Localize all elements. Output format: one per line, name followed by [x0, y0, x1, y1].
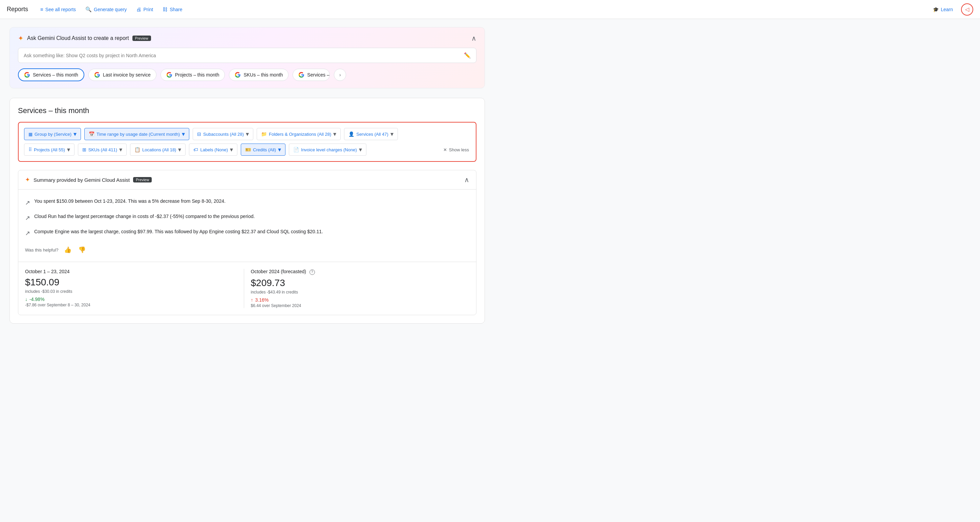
query-icon: 🔍	[85, 6, 92, 13]
chips-next-button[interactable]: ›	[334, 69, 346, 81]
chip-last-invoice[interactable]: Last invoice by service	[88, 69, 156, 81]
filter-labels[interactable]: 🏷 Labels (None) ▾	[189, 144, 237, 156]
dropdown-icon: ▾	[178, 146, 181, 153]
filter-locations[interactable]: 📋 Locations (All 18) ▾	[130, 144, 186, 156]
trend-up-icon: ↗	[25, 198, 30, 208]
dropdown-icon: ▾	[278, 146, 281, 153]
filters-box: ▦ Group by (Service) ▾ 📅 Time range by u…	[18, 122, 476, 162]
learn-link[interactable]: 🎓 Learn	[929, 5, 957, 14]
learn-icon: 🎓	[933, 7, 939, 12]
report-section: Services – this month ▦ Group by (Servic…	[10, 98, 485, 324]
person-icon: 👤	[348, 131, 354, 137]
print-link[interactable]: 🖨 Print	[132, 5, 157, 14]
helpful-label: Was this helpful?	[25, 248, 59, 252]
main-content: ✦ Ask Gemini Cloud Assist to create a re…	[0, 19, 495, 332]
summary-collapse-button[interactable]: ∧	[464, 176, 469, 184]
chip-skus-month[interactable]: SKUs – this month	[229, 69, 288, 81]
chip-projects-month[interactable]: Projects – this month	[161, 69, 225, 81]
forecasted-change: ↑ 3.16%	[251, 297, 463, 303]
filter-invoice-charges[interactable]: 📄 Invoice level charges (None) ▾	[289, 144, 366, 156]
forecasted-change-sub: $6.44 over September 2024	[251, 303, 463, 308]
summary-section: ✦ Summary provided by Gemini Cloud Assis…	[18, 170, 476, 315]
folder-icon: 📁	[261, 131, 267, 137]
current-sub: includes -$30.03 in credits	[25, 289, 237, 294]
dropdown-icon: ▾	[333, 130, 336, 138]
chip-services-last[interactable]: Services –	[293, 69, 330, 81]
filter-credits[interactable]: 🎫 Credits (All) ▾	[241, 144, 285, 156]
show-less-icon: ✕	[443, 147, 447, 152]
gemini-title: ✦ Ask Gemini Cloud Assist to create a re…	[18, 34, 151, 42]
collapse-button[interactable]: ∧	[471, 34, 476, 42]
thumbs-down-button[interactable]: 👎	[77, 245, 87, 255]
report-title: Services – this month	[18, 106, 476, 115]
credits-icon: 🎫	[245, 147, 251, 152]
gemini-section: ✦ Ask Gemini Cloud Assist to create a re…	[10, 27, 485, 88]
forecasted-sub: includes -$43.49 in credits	[251, 290, 463, 295]
summary-title: ✦ Summary provided by Gemini Cloud Assis…	[25, 176, 152, 184]
top-navigation: Reports ≡ See all reports 🔍 Generate que…	[0, 0, 980, 19]
subaccounts-icon: ⊟	[197, 131, 201, 137]
arrow-down-icon: ↓	[25, 297, 27, 302]
current-period-label: October 1 – 23, 2024	[25, 269, 237, 274]
summary-preview-badge: Preview	[133, 177, 152, 182]
summary-header: ✦ Summary provided by Gemini Cloud Assis…	[18, 170, 476, 190]
google-logo-icon	[235, 72, 241, 78]
gemini-input[interactable]	[24, 53, 461, 58]
google-logo-icon	[298, 72, 304, 78]
metric-forecasted: October 2024 (forecasted) ? $209.73 incl…	[244, 269, 470, 308]
trend-up-icon: ↗	[25, 214, 30, 223]
trend-up-icon: ↗	[25, 229, 30, 238]
sidebar-toggle-button[interactable]: ◁	[961, 3, 973, 16]
show-less-button[interactable]: ✕ Show less	[442, 145, 470, 154]
thumbs-up-button[interactable]: 👍	[63, 245, 73, 255]
current-value: $150.09	[25, 277, 237, 288]
gemini-input-wrapper: ✏️	[18, 48, 476, 63]
generate-query-link[interactable]: 🔍 Generate query	[81, 5, 131, 14]
dropdown-icon: ▾	[182, 130, 185, 138]
share-link[interactable]: ⛓ Share	[159, 5, 186, 14]
sidebar-toggle-icon: ◁	[965, 6, 969, 13]
nav-right: 🎓 Learn ◁	[929, 3, 973, 16]
info-icon: ?	[310, 270, 315, 275]
dropdown-icon: ▾	[246, 130, 249, 138]
dropdown-icon: ▾	[230, 146, 233, 153]
dropdown-icon: ▾	[73, 130, 76, 138]
current-change-value: -4.98%	[29, 297, 45, 302]
current-change: ↓ -4.98%	[25, 297, 237, 302]
summary-item-3: ↗ Compute Engine was the largest charge,…	[25, 225, 469, 241]
sparkle-icon: ✦	[18, 34, 24, 42]
google-logo-icon	[166, 72, 172, 78]
location-icon: 📋	[134, 147, 140, 152]
filter-services[interactable]: 👤 Services (All 47) ▾	[344, 128, 398, 140]
calendar-icon: 📅	[89, 131, 94, 137]
share-icon: ⛓	[162, 6, 168, 12]
filter-time-range[interactable]: 📅 Time range by usage date (Current mont…	[84, 128, 189, 140]
filter-folders-orgs[interactable]: 📁 Folders & Organizations (All 28) ▾	[257, 128, 340, 140]
chip-services-month[interactable]: Services – this month	[18, 68, 84, 81]
preview-badge: Preview	[132, 35, 151, 41]
filter-subaccounts[interactable]: ⊟ Subaccounts (All 28) ▾	[192, 128, 253, 140]
filter-group-by[interactable]: ▦ Group by (Service) ▾	[24, 128, 81, 140]
invoice-icon: 📄	[293, 147, 299, 152]
arrow-up-icon: ↑	[251, 297, 253, 303]
metrics-row: October 1 – 23, 2024 $150.09 includes -$…	[18, 262, 476, 315]
filters-row-1: ▦ Group by (Service) ▾ 📅 Time range by u…	[24, 128, 470, 140]
forecasted-change-value: 3.16%	[255, 297, 269, 303]
nav-links: ≡ See all reports 🔍 Generate query 🖨 Pri…	[36, 5, 929, 14]
summary-body: ↗ You spent $150.09 between Oct 1-23, 20…	[18, 190, 476, 262]
current-change-sub: -$7.86 over September 8 – 30, 2024	[25, 303, 237, 307]
summary-item-1: ↗ You spent $150.09 between Oct 1-23, 20…	[25, 195, 469, 210]
filters-row-2: ⠿ Projects (All 55) ▾ ⊞ SKUs (All 411) ▾…	[24, 144, 470, 156]
forecasted-value: $209.73	[251, 278, 463, 289]
forecasted-period-label: October 2024 (forecasted) ?	[251, 269, 463, 275]
google-logo-icon	[24, 72, 30, 78]
summary-item-2: ↗ Cloud Run had the largest percentage c…	[25, 210, 469, 225]
helpful-row: Was this helpful? 👍 👎	[25, 241, 469, 256]
see-all-reports-link[interactable]: ≡ See all reports	[36, 5, 80, 14]
filter-projects[interactable]: ⠿ Projects (All 55) ▾	[24, 144, 75, 156]
filter-skus[interactable]: ⊞ SKUs (All 411) ▾	[78, 144, 127, 156]
dropdown-icon: ▾	[67, 146, 70, 153]
dropdown-icon: ▾	[390, 130, 393, 138]
quick-chips-container: Services – this month Last invoice by se…	[18, 68, 476, 81]
table-icon: ▦	[29, 132, 32, 137]
